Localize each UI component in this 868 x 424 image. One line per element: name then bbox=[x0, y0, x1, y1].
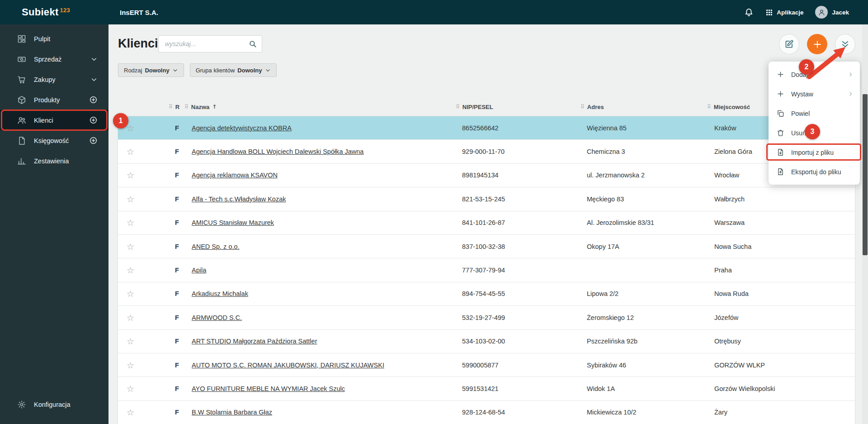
table-row[interactable]: ☆FB.W Stolarnia Barbara Głaz928-124-68-5… bbox=[118, 401, 855, 424]
circle-plus-icon[interactable] bbox=[89, 95, 98, 104]
client-name-link[interactable]: B.W Stolarnia Barbara Głaz bbox=[181, 409, 446, 416]
add-button[interactable] bbox=[807, 34, 827, 54]
client-type: F bbox=[143, 338, 181, 345]
column-header-nip[interactable]: ⠿NIP/PESEL bbox=[446, 104, 571, 110]
column-header-r[interactable]: ⠿R bbox=[143, 104, 181, 110]
client-address: Okopy 17A bbox=[571, 243, 698, 250]
clients-icon bbox=[17, 116, 26, 125]
table-row[interactable]: ☆FAgencja Handlowa BOLL Wojciech Dalewsk… bbox=[118, 140, 855, 163]
sidebar-item-sprzedaz[interactable]: Sprzedaż bbox=[0, 49, 108, 69]
client-nip: 841-101-26-87 bbox=[446, 219, 571, 226]
drag-handle-icon[interactable]: ⠿ bbox=[580, 104, 585, 110]
table-row[interactable]: ☆FAgencja reklamowa KSAVON8981945134ul. … bbox=[118, 164, 855, 187]
user-menu-button[interactable]: Jacek bbox=[815, 6, 849, 19]
search-input[interactable] bbox=[165, 40, 249, 48]
drag-handle-icon[interactable]: ⠿ bbox=[169, 104, 173, 110]
client-type: F bbox=[143, 267, 181, 274]
table-row[interactable]: ☆FAUTO MOTO S.C. ROMAN JAKUBOWSKI, DARIU… bbox=[118, 353, 855, 377]
scrollbar-track[interactable] bbox=[862, 24, 868, 424]
apps-label: Aplikacje bbox=[777, 9, 803, 16]
sidebar-items: PulpitSprzedażZakupyProduktyKlienciKsięg… bbox=[0, 24, 108, 171]
menu-item-eksportuj-do-pliku[interactable]: Eksportuj do pliku bbox=[769, 162, 860, 181]
filter-grupa-klientow[interactable]: Grupa klientów Dowolny bbox=[190, 63, 277, 77]
scrollbar-thumb[interactable] bbox=[863, 94, 868, 255]
sidebar-item-label: Księgowość bbox=[34, 137, 69, 144]
table-row[interactable]: ☆FAlfa - Tech s.c.Władysław Kozak821-53-… bbox=[118, 187, 855, 211]
column-header-name[interactable]: ⠿Nazwa↑ bbox=[181, 104, 446, 110]
table-row[interactable]: ☆FAYO FURNITURE MEBLE NA WYMIAR Jacek Sz… bbox=[118, 377, 855, 400]
circle-plus-icon[interactable] bbox=[89, 136, 98, 145]
sidebar-item-zakupy[interactable]: Zakupy bbox=[0, 69, 108, 90]
client-name-link[interactable]: AUTO MOTO S.C. ROMAN JAKUBOWSKI, DARIUSZ… bbox=[181, 362, 446, 369]
drag-handle-icon[interactable]: ⠿ bbox=[184, 104, 189, 110]
favorite-star-icon[interactable]: ☆ bbox=[127, 407, 134, 417]
favorite-star-icon[interactable]: ☆ bbox=[127, 194, 134, 204]
filter-rodzaj[interactable]: Rodzaj Dowolny bbox=[118, 63, 184, 77]
sidebar-item-ksiegowosc[interactable]: Księgowość bbox=[0, 130, 108, 151]
client-name-link[interactable]: ART STUDIO Małgorzata Paździora Sattler bbox=[181, 338, 446, 345]
table-row[interactable]: ☆FArkadiusz Michalak894-754-45-55Lipowa … bbox=[118, 282, 855, 306]
app-logo[interactable]: Subiekt123 bbox=[22, 6, 70, 18]
sidebar-item-produkty[interactable]: Produkty bbox=[0, 90, 108, 110]
client-city: Nowa Ruda bbox=[698, 290, 855, 297]
menu-item-label: Usuń bbox=[791, 129, 806, 137]
favorite-star-icon[interactable]: ☆ bbox=[127, 123, 134, 133]
client-nip: 8981945134 bbox=[446, 172, 571, 179]
favorite-star-icon[interactable]: ☆ bbox=[127, 265, 134, 275]
client-address: Lipowa 2/2 bbox=[571, 290, 698, 297]
column-header-address[interactable]: ⠿Adres bbox=[571, 104, 698, 110]
more-actions-button[interactable] bbox=[835, 34, 855, 54]
table-row[interactable]: ☆FApila777-307-79-94Praha bbox=[118, 258, 855, 282]
client-city: Józefów bbox=[698, 314, 855, 321]
table-row[interactable]: ☆FAMICUS Stanisław Mazurek841-101-26-87A… bbox=[118, 211, 855, 235]
client-name-link[interactable]: Arkadiusz Michalak bbox=[181, 290, 446, 297]
sidebar-item-zestawienia[interactable]: Zestawienia bbox=[0, 151, 108, 171]
client-name-link[interactable]: Agencja detektywistyczna KOBRA bbox=[181, 124, 446, 132]
favorite-star-icon[interactable]: ☆ bbox=[127, 218, 134, 228]
favorite-star-icon[interactable]: ☆ bbox=[127, 336, 134, 346]
favorite-star-icon[interactable]: ☆ bbox=[127, 313, 134, 323]
client-city: Otrębusy bbox=[698, 338, 855, 345]
client-name-link[interactable]: Alfa - Tech s.c.Władysław Kozak bbox=[181, 195, 446, 203]
favorite-star-icon[interactable]: ☆ bbox=[127, 360, 134, 370]
search-icon[interactable] bbox=[249, 40, 257, 48]
drag-handle-icon[interactable]: ⠿ bbox=[456, 104, 460, 110]
reports-icon bbox=[17, 157, 26, 166]
sidebar-item-label: Produkty bbox=[34, 96, 60, 104]
favorite-star-icon[interactable]: ☆ bbox=[127, 289, 134, 299]
plus-icon bbox=[777, 90, 784, 98]
notifications-bell-icon[interactable] bbox=[744, 8, 754, 17]
sidebar-item-klienci[interactable]: Klienci bbox=[0, 110, 108, 130]
drag-handle-icon[interactable]: ⠿ bbox=[707, 104, 711, 110]
client-nip: 532-19-27-499 bbox=[446, 314, 571, 321]
edit-button[interactable] bbox=[779, 34, 799, 54]
client-name-link[interactable]: Agencja Handlowa BOLL Wojciech Dalewski … bbox=[181, 148, 446, 155]
menu-item-wystaw[interactable]: Wystaw bbox=[769, 84, 860, 104]
annotation-step-3-badge: 3 bbox=[805, 124, 820, 139]
client-name-link[interactable]: ARMWOOD S.C. bbox=[181, 314, 446, 321]
table-row[interactable]: ☆FANED Sp. z o.o.837-100-32-38Okopy 17AN… bbox=[118, 235, 855, 258]
client-name-link[interactable]: AYO FURNITURE MEBLE NA WYMIAR Jacek Szul… bbox=[181, 385, 446, 392]
table-row[interactable]: ☆FARMWOOD S.C.532-19-27-499Żeromskiego 1… bbox=[118, 306, 855, 329]
clients-table: ⠿R⠿Nazwa↑⠿NIP/PESEL⠿Adres⠿Miejscowość ☆F… bbox=[118, 98, 855, 424]
menu-item-powiel[interactable]: Powiel bbox=[769, 104, 860, 123]
client-address: Mickiewicza 10/2 bbox=[571, 409, 698, 416]
table-row[interactable]: ☆FART STUDIO Małgorzata Paździora Sattle… bbox=[118, 330, 855, 353]
favorite-star-icon[interactable]: ☆ bbox=[127, 147, 134, 157]
client-name-link[interactable]: Agencja reklamowa KSAVON bbox=[181, 172, 446, 179]
client-name-link[interactable]: Apila bbox=[181, 267, 446, 274]
apps-menu-button[interactable]: Aplikacje bbox=[765, 9, 803, 16]
menu-item-importuj-z-pliku[interactable]: Importuj z pliku bbox=[769, 143, 860, 162]
client-name-link[interactable]: ANED Sp. z o.o. bbox=[181, 243, 446, 250]
sidebar-item-pulpit[interactable]: Pulpit bbox=[0, 29, 108, 49]
filters-bar: Rodzaj Dowolny Grupa klientów Dowolny bbox=[118, 63, 277, 77]
favorite-star-icon[interactable]: ☆ bbox=[127, 170, 134, 180]
client-type: F bbox=[143, 243, 181, 250]
client-name-link[interactable]: AMICUS Stanisław Mazurek bbox=[181, 219, 446, 226]
favorite-star-icon[interactable]: ☆ bbox=[127, 384, 134, 394]
menu-item-dodaj[interactable]: Dodaj bbox=[769, 65, 860, 84]
circle-plus-icon[interactable] bbox=[89, 116, 98, 124]
table-row[interactable]: ☆FAgencja detektywistyczna KOBRA86525666… bbox=[118, 116, 855, 140]
sidebar-item-konfiguracja[interactable]: Konfiguracja bbox=[0, 394, 108, 414]
favorite-star-icon[interactable]: ☆ bbox=[127, 242, 134, 252]
